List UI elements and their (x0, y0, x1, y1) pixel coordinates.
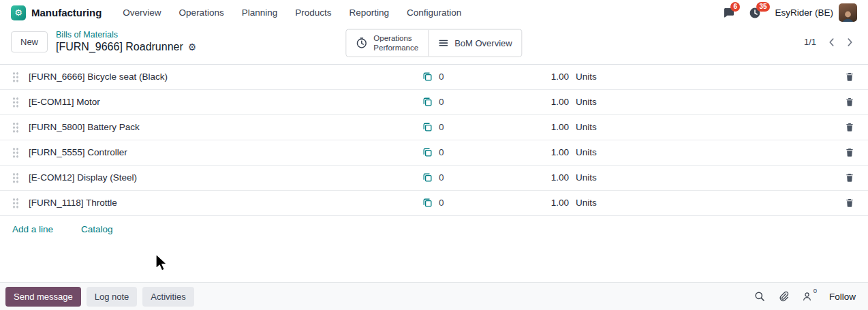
menu-operations[interactable]: Operations (170, 1, 233, 24)
product-cell[interactable]: [E-COM12] Display (Steel) (29, 172, 422, 183)
forecast-count: 0 (439, 97, 444, 107)
quantity-cell[interactable]: 1.00 (451, 172, 569, 183)
stat-operations-label-line2: Performance (373, 43, 418, 52)
user-name: EsyRider (BE) (775, 7, 833, 18)
menu-products[interactable]: Products (286, 1, 340, 24)
delete-row-icon[interactable] (843, 95, 856, 108)
pager-next-button[interactable] (843, 35, 857, 50)
pager-count[interactable]: 1/1 (804, 37, 816, 47)
stat-operations-label-line1: Operations (373, 33, 418, 43)
drag-handle-icon[interactable] (12, 97, 19, 108)
activities-icon[interactable]: 35 (749, 7, 761, 19)
stopwatch-icon (356, 37, 367, 48)
menu-planning[interactable]: Planning (233, 1, 287, 24)
product-cell[interactable]: [FURN_5800] Battery Pack (29, 122, 422, 132)
menu-overview[interactable]: Overview (114, 1, 170, 24)
bom-overview-label: BoM Overview (454, 37, 512, 48)
table-row: [FURN_1118] Throttle 0 1.00 Units (0, 191, 868, 216)
catalog-copy-icon[interactable] (422, 198, 433, 208)
quantity-cell[interactable]: 1.00 (451, 72, 569, 82)
add-a-line-link[interactable]: Add a line (12, 224, 53, 234)
delete-row-icon[interactable] (843, 146, 856, 159)
delete-row-icon[interactable] (843, 196, 856, 209)
user-menu[interactable]: EsyRider (BE) (775, 3, 857, 22)
drag-handle-icon[interactable] (12, 147, 19, 158)
table-row: [E-COM11] Motor 0 1.00 Units (0, 90, 868, 115)
forecast-count: 0 (439, 147, 444, 157)
table-row: [FURN_6666] Bicycle seat (Black) 0 1.00 … (0, 65, 868, 90)
messages-badge: 6 (730, 2, 740, 12)
forecast-count: 0 (439, 122, 444, 132)
menu-configuration[interactable]: Configuration (398, 1, 470, 24)
catalog-link[interactable]: Catalog (81, 224, 113, 234)
log-note-button[interactable]: Log note (87, 287, 138, 307)
pager-previous-button[interactable] (824, 35, 839, 50)
chatter-tools: 0 Follow (754, 291, 863, 302)
catalog-copy-icon[interactable] (422, 72, 433, 82)
catalog-copy-icon[interactable] (422, 147, 433, 157)
delete-row-icon[interactable] (843, 70, 856, 83)
catalog-copy-icon[interactable] (422, 122, 433, 132)
quantity-cell[interactable]: 1.00 (451, 147, 569, 157)
systray: 6 35 EsyRider (BE) (723, 3, 857, 22)
product-cell[interactable]: [FURN_1118] Throttle (29, 198, 422, 208)
bom-lines-table: [FURN_6666] Bicycle seat (Black) 0 1.00 … (0, 64, 868, 243)
forecast-count: 0 (439, 72, 444, 82)
page-title: [FURN_9666] Roadrunner (56, 40, 183, 55)
mouse-cursor (154, 253, 168, 275)
drag-handle-icon[interactable] (12, 72, 19, 82)
follow-button[interactable]: Follow (829, 292, 856, 302)
drag-handle-icon[interactable] (12, 198, 19, 208)
search-icon[interactable] (754, 291, 765, 302)
breadcrumb-bills-of-materials[interactable]: Bills of Materials (56, 30, 196, 40)
activities-button[interactable]: Activities (142, 287, 193, 307)
bom-overview-button[interactable]: BoM Overview (428, 30, 522, 57)
menu-reporting[interactable]: Reporting (340, 1, 398, 24)
uom-label: Units (576, 122, 597, 132)
send-message-button[interactable]: Send message (5, 287, 81, 307)
stat-buttons: Operations Performance BoM Overview (345, 29, 522, 57)
forecast-count: 0 (439, 172, 444, 183)
uom-label: Units (576, 147, 597, 157)
messages-icon[interactable]: 6 (723, 7, 735, 19)
forecast-count: 0 (439, 198, 444, 208)
operations-performance-button[interactable]: Operations Performance (346, 30, 428, 57)
table-row: [FURN_5800] Battery Pack 0 1.00 Units (0, 115, 868, 140)
delete-row-icon[interactable] (843, 171, 856, 184)
action-gear-icon[interactable]: ⚙ (188, 42, 197, 52)
catalog-copy-icon[interactable] (422, 172, 433, 183)
uom-label: Units (576, 172, 597, 183)
quantity-cell[interactable]: 1.00 (451, 97, 569, 107)
product-cell[interactable]: [E-COM11] Motor (29, 97, 422, 107)
uom-label: Units (576, 72, 597, 82)
followers-icon[interactable]: 0 (802, 291, 812, 302)
uom-label: Units (576, 198, 597, 208)
delete-row-icon[interactable] (843, 121, 856, 134)
chatter-bar: Send message Log note Activities 0 Follo… (0, 282, 868, 310)
app-name: Manufacturing (31, 7, 102, 18)
quantity-cell[interactable]: 1.00 (451, 122, 569, 132)
chevron-left-icon (828, 37, 835, 47)
table-footer: Add a line Catalog (0, 216, 868, 243)
pager: 1/1 (804, 35, 857, 50)
app-menu-toggle[interactable]: ⚙ Manufacturing (11, 5, 102, 20)
product-cell[interactable]: [FURN_6666] Bicycle seat (Black) (29, 72, 422, 82)
main-menu: Overview Operations Planning Products Re… (114, 1, 470, 24)
quantity-cell[interactable]: 1.00 (451, 198, 569, 208)
avatar (839, 3, 857, 22)
catalog-copy-icon[interactable] (422, 97, 433, 107)
drag-handle-icon[interactable] (12, 122, 19, 133)
uom-label: Units (576, 97, 597, 107)
followers-count: 0 (813, 287, 817, 294)
top-nav: ⚙ Manufacturing Overview Operations Plan… (0, 0, 868, 25)
list-bars-icon (438, 37, 448, 48)
breadcrumb: Bills of Materials [FURN_9666] Roadrunne… (56, 30, 196, 55)
chevron-right-icon (847, 37, 853, 47)
new-button[interactable]: New (11, 31, 48, 52)
manufacturing-app-icon: ⚙ (11, 5, 26, 20)
paperclip-icon[interactable] (778, 291, 789, 302)
activities-badge: 35 (756, 2, 769, 12)
product-cell[interactable]: [FURN_5555] Controller (29, 147, 422, 157)
drag-handle-icon[interactable] (12, 172, 19, 183)
control-panel: New Bills of Materials [FURN_9666] Roadr… (0, 25, 868, 61)
